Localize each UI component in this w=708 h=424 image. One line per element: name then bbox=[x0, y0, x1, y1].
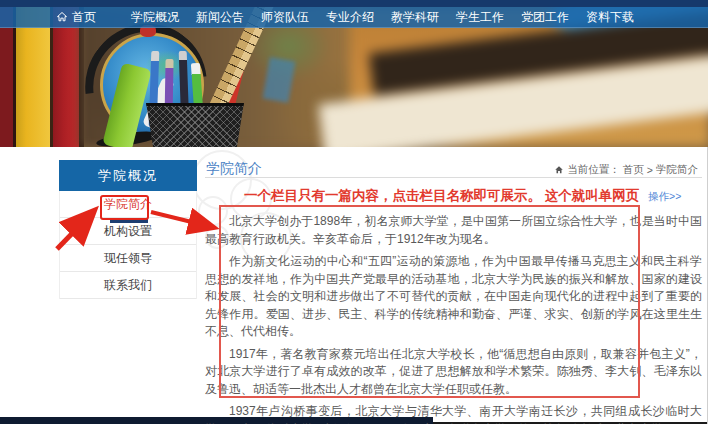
breadcrumb-label: 当前位置： bbox=[567, 163, 620, 177]
nav-item-label: 首页 bbox=[72, 7, 96, 28]
breadcrumb-home-icon bbox=[554, 165, 564, 175]
nav-item-students[interactable]: 学生工作 bbox=[456, 7, 504, 28]
article-paragraph: 1937年卢沟桥事变后，北京大学与清华大学、南开大学南迁长沙，共同组成长沙临时大… bbox=[205, 403, 702, 424]
tutorial-note: 一个栏目只有一篇内容，点击栏目名称即可展示。 这个就叫单网页 bbox=[244, 187, 639, 205]
top-navigation: 首页 学院概况 新闻公告 师资队伍 专业介绍 教学科研 学生工作 党团工作 资料… bbox=[0, 7, 708, 28]
home-icon bbox=[56, 11, 68, 23]
banner-image bbox=[0, 7, 708, 147]
title-separator bbox=[205, 177, 702, 178]
annotation-box-sidebar-item bbox=[100, 195, 149, 220]
nav-item-downloads[interactable]: 资料下载 bbox=[586, 7, 634, 28]
page-title: 学院简介 bbox=[206, 160, 262, 178]
action-link[interactable]: 操作>> bbox=[648, 190, 681, 204]
pencil-cup bbox=[143, 103, 247, 147]
nav-item-majors[interactable]: 专业介绍 bbox=[326, 7, 374, 28]
sidebar-title: 学院概况 bbox=[59, 160, 197, 191]
page: 首页 学院概况 新闻公告 师资队伍 专业介绍 教学科研 学生工作 党团工作 资料… bbox=[0, 0, 708, 424]
breadcrumb-current: 学院简介 bbox=[656, 163, 698, 177]
banner-book-spine bbox=[53, 7, 79, 147]
banner-book-spine bbox=[16, 7, 50, 147]
breadcrumb-home-link[interactable]: 首页 bbox=[623, 163, 644, 177]
breadcrumb: 当前位置： 首页 > 学院简介 bbox=[554, 163, 698, 177]
nav-item-research[interactable]: 教学科研 bbox=[391, 7, 439, 28]
sidebar-item-contact[interactable]: 联系我们 bbox=[60, 272, 196, 299]
nav-item-overview[interactable]: 学院概况 bbox=[131, 7, 179, 28]
breadcrumb-separator: > bbox=[647, 164, 653, 176]
sidebar: 学院概况 学院简介 机构设置 现任领导 联系我们 bbox=[59, 160, 197, 299]
banner-book-spine bbox=[0, 7, 13, 147]
nav-item-news[interactable]: 新闻公告 bbox=[196, 7, 244, 28]
banner-blur-right bbox=[350, 7, 708, 147]
nav-item-party[interactable]: 党团工作 bbox=[521, 7, 569, 28]
nav-item-home[interactable]: 首页 bbox=[56, 7, 114, 28]
sidebar-item-leaders[interactable]: 现任领导 bbox=[60, 245, 196, 272]
nav-item-faculty[interactable]: 师资队伍 bbox=[261, 7, 309, 28]
annotation-box-content bbox=[219, 205, 640, 398]
